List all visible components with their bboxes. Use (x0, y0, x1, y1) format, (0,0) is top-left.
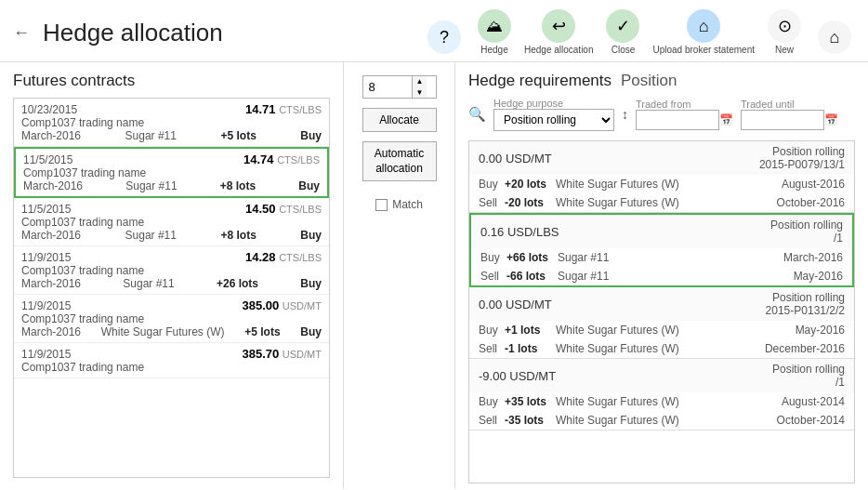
hedge-date: August-2014 (761, 395, 845, 408)
toolbar-close[interactable]: ✓ Close (602, 9, 643, 56)
futures-item[interactable]: 11/5/2015 14.74 CTS/LBS Comp1037 trading… (14, 147, 329, 198)
futures-item[interactable]: 11/5/2015 14.50 CTS/LBS Comp1037 trading… (14, 198, 329, 246)
match-label: Match (392, 198, 423, 211)
traded-from-label: Traded from (636, 99, 733, 110)
purpose-dropdown[interactable]: Position rolling (493, 109, 614, 131)
hedge-name: White Sugar Futures (W) (556, 395, 761, 408)
hedge-date: May-2016 (759, 270, 843, 283)
toolbar-hedge[interactable]: ⛰ Hedge (474, 9, 515, 56)
auto-allocate-button[interactable]: Automatic allocation (362, 141, 437, 181)
filter-until-group: Traded until 📅 (741, 99, 838, 130)
hedge-row: Sell -66 lots Sugar #11 May-2016 (471, 267, 852, 285)
page-title: Hedge allocation (43, 19, 424, 47)
futures-panel: Futures contracts 10/23/2015 14.71 CTS/L… (0, 62, 344, 489)
close-icon: ✓ (606, 9, 639, 43)
hedge-position: Position rolling2015-P0131/2/2 (766, 291, 845, 317)
hedge-position-subtitle: Position (621, 72, 677, 90)
hedge-label: Hedge (480, 45, 507, 56)
item-name: Comp1037 trading name (21, 216, 322, 229)
hedge-lots: +66 lots (506, 251, 558, 264)
traded-until-calendar-icon[interactable]: 📅 (824, 113, 838, 126)
filter-from-group: Traded from 📅 (636, 99, 733, 130)
hedge-row: Buy +20 lots White Sugar Futures (W) Aug… (469, 175, 854, 193)
hedge-panel: Hedge requirements Position 🔍 Hedge purp… (455, 62, 868, 489)
hedge-amount: 0.16 USD/LBS (480, 225, 559, 239)
traded-from-calendar-icon[interactable]: 📅 (719, 113, 733, 126)
item-details: March-2016 Sugar #11 +26 lots Buy (21, 277, 322, 290)
item-name: Comp1037 trading name (21, 312, 322, 325)
hedge-group-header: 0.00 USD/MT Position rolling2015-P0131/2… (469, 287, 854, 321)
help-icon: ? (427, 20, 461, 54)
hedge-group-header: -9.00 USD/MT Position rolling/1 (469, 359, 854, 392)
purpose-label: Hedge purpose (493, 98, 614, 109)
hedge-row: Sell -35 lots White Sugar Futures (W) Oc… (469, 411, 854, 430)
hedge-name: White Sugar Futures (W) (556, 342, 761, 355)
hedge-icon: ⛰ (478, 9, 511, 43)
toolbar-upload[interactable]: ⌂ Upload broker statement (652, 9, 755, 56)
close-label: Close (612, 45, 636, 56)
hedge-bs: Buy (480, 251, 506, 264)
futures-list: 10/23/2015 14.71 CTS/LBS Comp1037 tradin… (13, 98, 330, 478)
futures-title: Futures contracts (13, 72, 330, 90)
hedge-date: December-2016 (761, 342, 845, 355)
item-name: Comp1037 trading name (21, 361, 322, 374)
qty-up[interactable]: ▲ (413, 76, 427, 87)
upload-icon: ⌂ (687, 9, 720, 43)
hedge-row: Sell -1 lots White Sugar Futures (W) Dec… (469, 339, 854, 358)
traded-until-label: Traded until (741, 99, 838, 110)
hedge-date: October-2014 (761, 414, 845, 427)
hedge-group[interactable]: 0.16 USD/LBS Position rolling/1 Buy +66 … (469, 213, 854, 287)
right-header: Hedge requirements Position (468, 72, 855, 90)
item-price: 14.50 CTS/LBS (245, 202, 322, 216)
qty-input[interactable] (363, 77, 412, 97)
toolbar-help[interactable]: ? (424, 20, 465, 56)
allocate-button[interactable]: Allocate (362, 108, 437, 132)
hedge-bs: Buy (479, 395, 505, 408)
home-icon: ⌂ (818, 20, 851, 54)
hedge-position: Position rolling2015-P0079/13/1 (759, 145, 845, 171)
hedge-group[interactable]: -9.00 USD/MT Position rolling/1 Buy +35 … (469, 359, 854, 430)
item-details: March-2016 White Sugar Futures (W) +5 lo… (21, 325, 322, 338)
qty-down[interactable]: ▼ (413, 87, 427, 99)
hedge-amount: -9.00 USD/MT (479, 369, 556, 383)
hedge-row: Sell -20 lots White Sugar Futures (W) Oc… (469, 193, 854, 212)
futures-item[interactable]: 11/9/2015 385.00 USD/MT Comp1037 trading… (14, 295, 329, 343)
hedge-position: Position rolling/1 (772, 363, 845, 389)
sort-icon[interactable]: ↕ (622, 107, 628, 122)
hedge-group[interactable]: 0.00 USD/MT Position rolling2015-P0079/1… (469, 141, 854, 213)
toolbar-home[interactable]: ⌂ (814, 20, 855, 56)
hedge-requirements-title: Hedge requirements (468, 72, 612, 90)
item-price: 385.70 USD/MT (242, 347, 322, 361)
traded-from-input[interactable] (636, 110, 719, 130)
hedge-lots: -66 lots (506, 270, 558, 283)
qty-spinner[interactable]: ▲ ▼ (362, 75, 437, 99)
hedge-allocation-icon: ↩ (542, 9, 575, 43)
traded-until-input[interactable] (741, 110, 824, 130)
top-bar: ← Hedge allocation ? ⛰ Hedge ↩ Hedge all… (0, 0, 868, 62)
item-price: 14.28 CTS/LBS (245, 250, 322, 264)
hedge-row: Buy +35 lots White Sugar Futures (W) Aug… (469, 392, 854, 411)
item-price: 385.00 USD/MT (242, 298, 322, 312)
hedge-date: March-2016 (759, 251, 843, 264)
hedge-name: White Sugar Futures (W) (556, 324, 761, 337)
hedge-group[interactable]: 0.00 USD/MT Position rolling2015-P0131/2… (469, 287, 854, 359)
futures-item[interactable]: 11/9/2015 14.28 CTS/LBS Comp1037 trading… (14, 246, 329, 295)
match-row: Match (375, 198, 423, 211)
toolbar-hedge-allocation[interactable]: ↩ Hedge allocation (524, 9, 594, 56)
hedge-lots: -35 lots (505, 414, 556, 427)
hedge-allocation-label: Hedge allocation (524, 45, 594, 56)
filter-purpose-group: Hedge purpose Position rolling (493, 98, 614, 131)
hedge-date: October-2016 (761, 196, 845, 209)
match-checkbox[interactable] (375, 199, 388, 211)
item-details: March-2016 Sugar #11 +8 lots Buy (21, 229, 322, 242)
hedge-lots: +1 lots (505, 324, 556, 337)
futures-item[interactable]: 10/23/2015 14.71 CTS/LBS Comp1037 tradin… (14, 99, 329, 147)
toolbar-new[interactable]: ⊙ New (764, 9, 805, 56)
back-button[interactable]: ← (13, 23, 30, 43)
hedge-row: Buy +66 lots Sugar #11 March-2016 (471, 248, 852, 267)
hedge-bs: Buy (479, 324, 505, 337)
item-date: 11/9/2015 (21, 348, 71, 361)
item-name: Comp1037 trading name (21, 116, 322, 129)
futures-item[interactable]: 11/9/2015 385.70 USD/MT Comp1037 trading… (14, 343, 329, 378)
hedge-lots: -20 lots (505, 196, 556, 209)
